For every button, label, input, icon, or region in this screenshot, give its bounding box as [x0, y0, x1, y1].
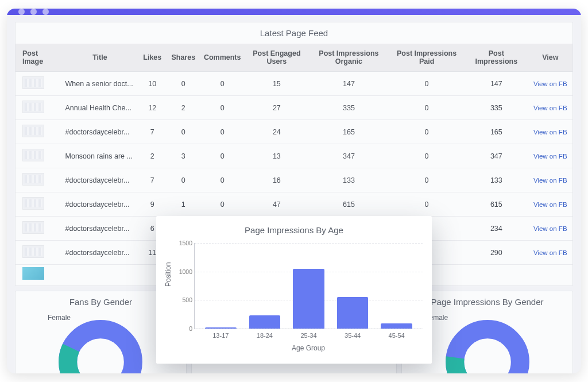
post-thumbnail: [22, 149, 44, 161]
cell-engaged: 27: [245, 96, 309, 120]
impressions-by-age-card: Page Impressions By Age Position 0500100…: [156, 216, 432, 364]
cell-engaged: 47: [245, 192, 309, 217]
view-on-fb-link[interactable]: View on FB: [533, 153, 567, 160]
cell-title: Monsoon rains are ...: [62, 144, 138, 168]
card-title: Latest Page Feed: [16, 22, 572, 44]
cell-organic: 615: [309, 192, 389, 217]
content-area: Latest Page Feed Post Image Title Likes …: [7, 15, 581, 373]
cell-organic: 347: [309, 144, 389, 168]
cell-title: #doctorsdaycelebr...: [62, 168, 138, 192]
cell-impressions: 615: [465, 192, 528, 217]
bar-chart: Position 05001000150013-1718-2425-3435-4…: [165, 240, 423, 354]
bar: 25-34: [293, 269, 324, 329]
cell-impressions: 234: [465, 217, 528, 241]
cell-shares: 3: [167, 144, 200, 168]
col-comments[interactable]: Comments: [200, 44, 245, 72]
col-likes[interactable]: Likes: [138, 44, 167, 72]
y-tick-label: 0: [169, 325, 192, 332]
post-thumbnail: [22, 125, 44, 137]
col-impressions[interactable]: Post Impressions: [465, 44, 528, 72]
cell-paid: 0: [389, 144, 465, 168]
cell-organic: 133: [309, 168, 389, 192]
cell-paid: 0: [389, 168, 465, 192]
col-post-image[interactable]: Post Image: [16, 44, 62, 72]
cell-title: #doctorsdaycelebr...: [62, 192, 138, 217]
cell-likes: 7: [138, 168, 167, 192]
y-tick-label: 1500: [169, 240, 192, 246]
cell-paid: 0: [389, 96, 465, 120]
x-tick-label: 25-34: [300, 332, 316, 339]
cell-likes: 10: [138, 72, 167, 96]
cell-engaged: 16: [245, 168, 309, 192]
col-title[interactable]: Title: [62, 44, 138, 72]
cell-impressions: 133: [465, 168, 528, 192]
cell-title: #doctorsdaycelebr...: [62, 217, 138, 241]
browser-frame: Latest Page Feed Post Image Title Likes …: [7, 9, 581, 373]
browser-header: [7, 9, 581, 15]
cell-organic: 335: [309, 96, 389, 120]
post-thumbnail: [22, 197, 44, 210]
cell-comments: 0: [200, 72, 245, 96]
post-thumbnail: [22, 221, 44, 234]
x-axis-label: Age Group: [194, 344, 423, 352]
cell-likes: 12: [138, 96, 167, 120]
cell-engaged: 13: [245, 144, 309, 168]
window-dot: [42, 9, 49, 15]
cell-organic: 147: [309, 72, 389, 96]
table-row: Monsoon rains are ...230133470347View on…: [16, 144, 572, 168]
post-thumbnail: [22, 101, 44, 113]
cell-engaged: 15: [245, 72, 309, 96]
table-row: #doctorsdaycelebr...700161330133View on …: [16, 168, 572, 192]
post-thumbnail: [22, 173, 44, 186]
y-tick-label: 500: [169, 296, 192, 303]
cell-title: Annual Health Che...: [62, 96, 138, 120]
cell-impressions: 290: [465, 241, 528, 265]
col-view[interactable]: View: [528, 44, 572, 72]
cell-impressions: 147: [465, 72, 528, 96]
view-on-fb-link[interactable]: View on FB: [533, 177, 567, 184]
cell-comments: 0: [200, 120, 245, 144]
cell-engaged: 24: [245, 120, 309, 144]
x-tick-label: 18-24: [257, 332, 273, 339]
bar: 18-24: [249, 315, 281, 329]
col-shares[interactable]: Shares: [167, 44, 200, 72]
col-organic[interactable]: Post Impressions Organic: [309, 44, 389, 72]
y-tick-label: 1000: [169, 268, 192, 275]
table-row: #doctorsdaycelebr...700241650165View on …: [16, 120, 572, 144]
partial-row-thumb: [22, 267, 44, 280]
view-on-fb-link[interactable]: View on FB: [533, 129, 567, 136]
gridline: 0: [195, 329, 423, 329]
cell-title: When a senior doct...: [62, 72, 138, 96]
col-paid[interactable]: Post Impressions Paid: [389, 44, 465, 72]
view-on-fb-link[interactable]: View on FB: [533, 225, 567, 232]
cell-shares: 0: [167, 72, 200, 96]
cell-likes: 7: [138, 120, 167, 144]
cell-paid: 0: [389, 72, 465, 96]
table-row: Annual Health Che...1220273350335View on…: [16, 96, 572, 120]
x-tick-label: 13-17: [212, 332, 229, 339]
window-dot: [18, 9, 25, 15]
x-tick-label: 45-54: [389, 332, 405, 339]
cell-shares: 0: [167, 168, 200, 192]
window-dot: [30, 9, 37, 15]
view-on-fb-link[interactable]: View on FB: [533, 80, 567, 87]
card-title: Page Impressions By Age: [165, 225, 423, 235]
x-tick-label: 35-44: [345, 332, 361, 339]
cell-shares: 2: [167, 96, 200, 120]
view-on-fb-link[interactable]: View on FB: [533, 249, 567, 256]
table-row: When a senior doct...1000151470147View o…: [16, 72, 572, 96]
cell-comments: 0: [200, 144, 245, 168]
cell-title: #doctorsdaycelebr...: [62, 241, 138, 265]
cell-paid: 0: [389, 192, 465, 217]
view-on-fb-link[interactable]: View on FB: [533, 105, 567, 111]
bar: 45-54: [381, 323, 412, 329]
view-on-fb-link[interactable]: View on FB: [533, 201, 567, 208]
cell-comments: 0: [200, 96, 245, 120]
cell-title: #doctorsdaycelebr...: [62, 120, 138, 144]
cell-impressions: 335: [465, 96, 528, 120]
bar: 35-44: [337, 297, 369, 329]
cell-organic: 165: [309, 120, 389, 144]
cell-comments: 0: [200, 168, 245, 192]
col-engaged[interactable]: Post Engaged Users: [245, 44, 309, 72]
cell-impressions: 347: [465, 144, 528, 168]
